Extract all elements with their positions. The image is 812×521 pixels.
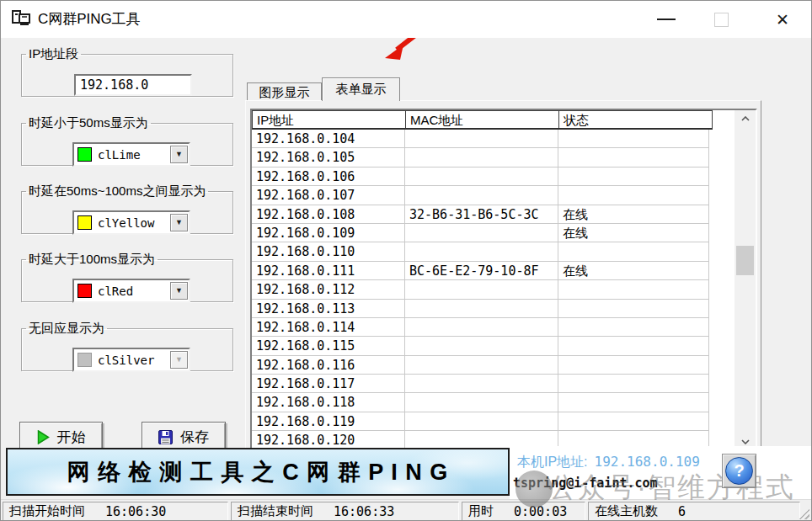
table-row[interactable]: 192.168.0.107 [252,186,713,205]
save-icon [158,430,173,444]
help-button[interactable]: ? [722,454,756,488]
cell-ip: 192.168.0.115 [252,337,405,355]
cell-ip: 192.168.0.120 [252,431,405,449]
statusbar-panel-scan-end: 扫描结束时间 16:06:33 [231,502,459,521]
cell-status [558,300,709,318]
play-icon [37,430,50,444]
table-row[interactable]: 192.168.0.116 [252,356,713,375]
tab-table-display[interactable]: 表单显示 [322,77,400,101]
table-row[interactable]: 192.168.0.105 [252,148,713,167]
cell-mac [405,130,558,148]
cell-ip: 192.168.0.117 [252,375,405,393]
color-combo-red[interactable]: clRed ▼ [72,279,190,303]
scan-start-value: 16:06:30 [105,504,166,519]
scan-end-value: 16:06:33 [334,504,394,519]
elapsed-label: 用时 [468,503,494,519]
chevron-down-icon: ▼ [175,151,183,158]
table-filler [713,110,735,449]
color-combo-lime[interactable]: clLime ▼ [72,142,190,167]
group-no-response: 无回应显示为 clSilver ▼ [21,321,233,371]
cell-mac [405,242,558,261]
cell-mac [405,148,558,167]
close-button[interactable]: ✕ [764,1,801,38]
cell-status [558,356,709,375]
cell-ip: 192.168.0.107 [252,186,405,205]
cell-mac [405,356,558,375]
table-row[interactable]: 192.168.0.118 [252,393,713,412]
cell-status: 在线 [558,205,709,224]
table-row[interactable]: 192.168.0.108 32-B6-31-B6-5C-3C 在线 [252,205,713,224]
maximize-icon [714,13,729,27]
color-combo-yellow[interactable]: clYellow ▼ [72,210,190,235]
online-hosts-label: 在线主机数 [595,503,658,519]
cell-status [558,186,709,205]
combo-value-silver: clSilver [98,354,170,367]
maximize-button[interactable] [702,1,740,38]
cell-mac: 32-B6-31-B6-5C-3C [405,205,558,224]
statusbar-panel-scan-start: 扫描开始时间 16:06:30 [3,502,228,521]
ip-range-input[interactable] [74,74,192,96]
app-icon [12,10,32,29]
table-row[interactable]: 192.168.0.119 [252,412,713,431]
table-row[interactable]: 192.168.0.110 [252,242,713,261]
save-button-label: 保存 [180,428,209,447]
banner-text: 网 络 检 测 工 具 之 C 网 群 P I N G [67,457,449,487]
cell-status [558,375,709,393]
table-row[interactable]: 192.168.0.106 [252,167,713,186]
scroll-up-button[interactable] [735,110,756,126]
scroll-track[interactable] [735,126,756,433]
cell-ip: 192.168.0.110 [252,242,405,261]
vertical-scrollbar[interactable] [735,110,756,449]
combo-value-red: clRed [98,284,170,298]
author-email: tspring@i-faint.com [513,476,658,491]
table-row[interactable]: 192.168.0.109 在线 [252,224,713,242]
local-ip-value: 192.168.0.109 [595,454,700,470]
group-ip-range-label: IP地址段 [26,46,81,62]
cell-mac [405,412,558,431]
cell-mac [405,300,558,318]
cell-mac [405,337,558,355]
dropdown-button[interactable]: ▼ [170,146,188,163]
cell-ip: 192.168.0.104 [252,130,405,148]
cell-status [558,280,709,299]
column-header-status[interactable]: 状态 [559,111,710,128]
cell-ip: 192.168.0.105 [252,148,405,167]
dropdown-button-disabled: ▼ [170,351,188,369]
lime-color-swatch [77,147,92,162]
question-mark-icon: ? [725,457,753,485]
table-row[interactable]: 192.168.0.114 [252,318,713,337]
combo-value-lime: clLime [98,148,170,162]
cell-status [558,130,709,148]
scan-end-label: 扫描结束时间 [238,503,313,519]
cell-mac [405,393,558,412]
cell-status [558,393,709,412]
dropdown-button[interactable]: ▼ [170,282,188,300]
minimize-icon [657,19,676,20]
statusbar-panel-online-hosts: 在线主机数 6 [588,502,800,521]
group-delay-over-100-label: 时延大于100ms显示为 [26,252,158,268]
scroll-thumb[interactable] [736,246,754,275]
cell-status [558,412,709,431]
table-row[interactable]: 192.168.0.104 [252,130,713,148]
ping-result-table: IP地址 MAC地址 状态 192.168.0.104 192.168.0.10… [250,109,757,451]
tab-graphic-display[interactable]: 图形显示 [247,82,322,100]
cell-mac [405,167,558,186]
column-header-mac[interactable]: MAC地址 [406,111,559,128]
table-row[interactable]: 192.168.0.117 [252,375,713,393]
table-row[interactable]: 192.168.0.115 [252,337,713,355]
table-area: IP地址 MAC地址 状态 192.168.0.104 192.168.0.10… [252,110,713,449]
cell-mac [405,375,558,393]
table-row[interactable]: 192.168.0.113 [252,300,713,318]
banner: 网 络 检 测 工 具 之 C 网 群 P I N G [6,448,510,496]
cell-status [558,318,709,337]
group-delay-over-100: 时延大于100ms显示为 clRed ▼ [21,252,233,302]
minimize-button[interactable] [648,1,685,38]
table-row[interactable]: 192.168.0.112 [252,280,713,299]
cell-ip: 192.168.0.111 [252,262,405,280]
cell-ip: 192.168.0.118 [252,393,405,412]
table-row[interactable]: 192.168.0.111 BC-6E-E2-79-10-8F 在线 [252,262,713,280]
table-body: 192.168.0.104 192.168.0.105 192.168.0.10… [252,130,713,449]
dropdown-button[interactable]: ▼ [170,214,188,231]
scan-start-label: 扫描开始时间 [9,503,85,519]
column-header-ip[interactable]: IP地址 [253,111,406,128]
